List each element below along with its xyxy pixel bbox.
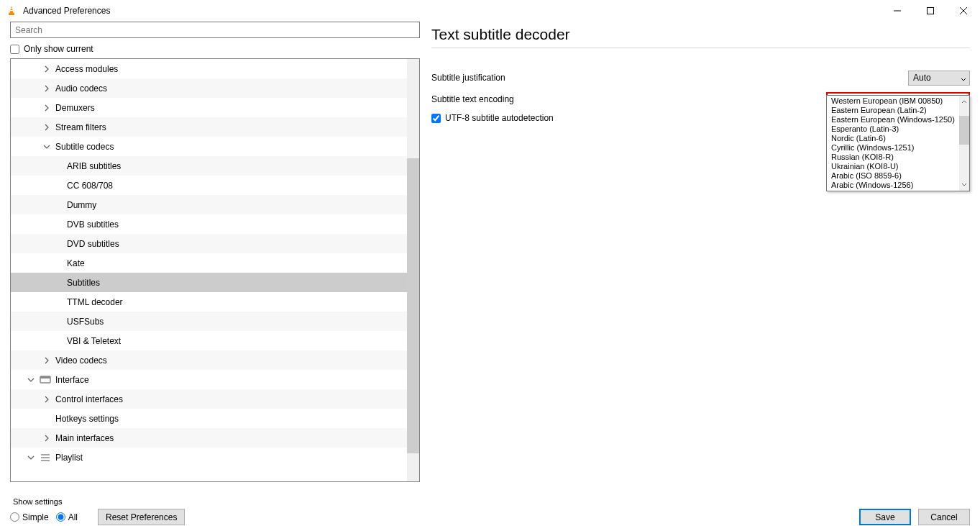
- tree-item-ttml-decoder[interactable]: TTML decoder: [11, 292, 407, 312]
- tree-item-label: CC 608/708: [67, 181, 113, 191]
- tree-item-playlist[interactable]: Playlist: [11, 448, 407, 467]
- tree-item-stream-filters[interactable]: Stream filters: [11, 117, 407, 137]
- heading-divider: [431, 47, 970, 48]
- chevron-down-icon: [42, 142, 51, 151]
- vlc-cone-icon: [6, 5, 17, 17]
- tree-item-hotkeys-settings[interactable]: Hotkeys settings: [11, 409, 407, 428]
- tree-item-label: Hotkeys settings: [55, 414, 119, 424]
- encoding-option[interactable]: Ukrainian (KOI8-U): [827, 162, 959, 171]
- tree-item-label: DVD subtitles: [67, 239, 119, 249]
- encoding-label: Subtitle text encoding: [431, 94, 812, 104]
- tree-scroll-thumb[interactable]: [407, 158, 419, 453]
- reset-preferences-button[interactable]: Reset Preferences: [98, 509, 185, 525]
- tree-item-access-modules[interactable]: Access modules: [11, 59, 407, 78]
- tree-item-interface[interactable]: Interface: [11, 370, 407, 389]
- tree-item-label: Interface: [55, 375, 89, 385]
- encoding-option[interactable]: Russian (KOI8-R): [827, 153, 959, 162]
- only-show-current-box[interactable]: [10, 45, 19, 54]
- only-show-current-checkbox[interactable]: Only show current: [10, 44, 420, 54]
- tree-item-label: Video codecs: [55, 355, 107, 366]
- encoding-option[interactable]: Esperanto (Latin-3): [827, 124, 959, 134]
- all-radio[interactable]: All: [56, 512, 78, 522]
- only-show-current-label: Only show current: [24, 44, 93, 54]
- justification-value: Auto: [913, 73, 931, 83]
- chevron-right-icon: [42, 104, 51, 112]
- tree-item-label: Stream filters: [55, 122, 106, 132]
- tree-item-label: Control interfaces: [55, 394, 123, 404]
- encoding-option[interactable]: Nordic (Latin-6): [827, 134, 959, 143]
- close-button[interactable]: [947, 0, 980, 22]
- encoding-option[interactable]: Arabic (Windows-1256): [827, 181, 959, 190]
- chevron-right-icon: [42, 395, 51, 404]
- tree-item-dummy[interactable]: Dummy: [11, 195, 407, 214]
- tree-item-label: Dummy: [67, 200, 96, 210]
- chevron-right-icon: [42, 434, 51, 443]
- tree-item-label: USFSubs: [67, 317, 104, 327]
- tree-item-label: Access modules: [55, 64, 118, 74]
- encoding-option[interactable]: Cyrillic (Windows-1251): [827, 143, 959, 153]
- tree-item-kate[interactable]: Kate: [11, 253, 407, 273]
- tree-item-dvb-subtitles[interactable]: DVB subtitles: [11, 214, 407, 234]
- maximize-button[interactable]: [914, 0, 947, 22]
- svg-rect-2: [10, 10, 14, 11]
- tree-item-label: ARIB subtitles: [67, 161, 121, 171]
- encoding-option[interactable]: Eastern European (Windows-1250): [827, 115, 959, 124]
- tree-item-cc-608-708[interactable]: CC 608/708: [11, 176, 407, 195]
- chevron-right-icon: [42, 123, 51, 132]
- chevron-none-icon: [42, 414, 51, 423]
- tree-item-label: Demuxers: [55, 103, 95, 113]
- chevron-down-icon: [961, 75, 966, 81]
- category-tree: Access modulesAudio codecsDemuxersStream…: [10, 58, 420, 482]
- svg-rect-1: [10, 8, 13, 9]
- encoding-dropdown-list[interactable]: Western European (IBM 00850)Eastern Euro…: [826, 95, 970, 191]
- tree-item-label: Kate: [67, 258, 85, 268]
- tree-item-label: DVB subtitles: [67, 219, 119, 230]
- dropdown-scrollbar[interactable]: [959, 96, 969, 191]
- window-title: Advanced Preferences: [23, 6, 110, 16]
- tree-item-label: Subtitle codecs: [55, 142, 114, 152]
- cancel-button[interactable]: Cancel: [918, 509, 970, 525]
- interface-icon: [40, 374, 51, 386]
- chevron-right-icon: [42, 84, 51, 93]
- tree-item-subtitle-codecs[interactable]: Subtitle codecs: [11, 137, 407, 156]
- utf8-box[interactable]: [431, 114, 441, 123]
- simple-radio[interactable]: Simple: [10, 512, 49, 522]
- tree-item-subtitles[interactable]: Subtitles: [11, 273, 407, 292]
- chevron-right-icon: [42, 65, 51, 73]
- tree-item-video-codecs[interactable]: Video codecs: [11, 350, 407, 370]
- tree-item-main-interfaces[interactable]: Main interfaces: [11, 428, 407, 448]
- tree-item-label: Audio codecs: [55, 83, 107, 94]
- chevron-down-icon: [27, 376, 35, 384]
- panel-heading: Text subtitle decoder: [431, 26, 970, 43]
- chevron-right-icon: [42, 356, 51, 365]
- tree-item-arib-subtitles[interactable]: ARIB subtitles: [11, 156, 407, 176]
- tree-item-label: Subtitles: [67, 278, 100, 288]
- tree-item-dvd-subtitles[interactable]: DVD subtitles: [11, 234, 407, 253]
- tree-item-audio-codecs[interactable]: Audio codecs: [11, 78, 407, 98]
- tree-item-label: TTML decoder: [67, 297, 123, 307]
- scroll-up-icon[interactable]: [959, 96, 969, 108]
- tree-item-label: Main interfaces: [55, 433, 114, 443]
- minimize-button[interactable]: [881, 0, 914, 22]
- tree-item-label: VBI & Teletext: [67, 336, 121, 346]
- show-settings-group: Show settings Simple All Reset Preferenc…: [10, 497, 185, 525]
- tree-item-vbi-teletext[interactable]: VBI & Teletext: [11, 331, 407, 350]
- chevron-down-icon: [27, 453, 35, 462]
- encoding-option[interactable]: Arabic (ISO 8859-6): [827, 171, 959, 181]
- tree-item-demuxers[interactable]: Demuxers: [11, 98, 407, 117]
- tree-item-usfsubs[interactable]: USFSubs: [11, 312, 407, 331]
- svg-rect-4: [928, 8, 934, 14]
- justification-combobox[interactable]: Auto: [908, 71, 970, 86]
- utf8-label: UTF-8 subtitle autodetection: [445, 113, 554, 123]
- dropdown-scroll-thumb[interactable]: [959, 116, 969, 145]
- encoding-option[interactable]: Western European (IBM 00850): [827, 96, 959, 106]
- scroll-down-icon[interactable]: [959, 178, 969, 191]
- save-button[interactable]: Save: [859, 509, 911, 525]
- tree-item-label: Playlist: [55, 453, 83, 463]
- svg-rect-0: [9, 13, 14, 15]
- search-input[interactable]: [10, 22, 420, 38]
- encoding-option[interactable]: Eastern European (Latin-2): [827, 106, 959, 115]
- titlebar: Advanced Preferences: [0, 0, 980, 22]
- tree-item-control-interfaces[interactable]: Control interfaces: [11, 389, 407, 409]
- tree-scrollbar[interactable]: [407, 59, 419, 481]
